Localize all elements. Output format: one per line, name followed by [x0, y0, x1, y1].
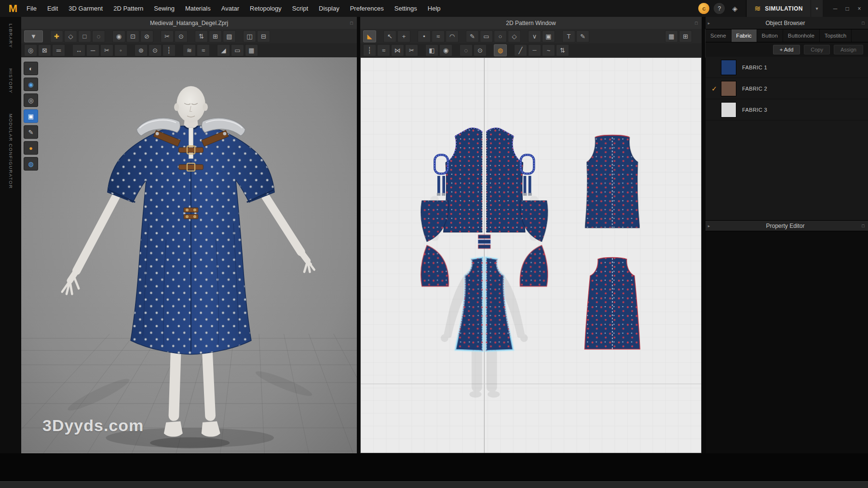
arrangement-points-tool[interactable]: ⊞ [209, 30, 222, 42]
pin-box-tool[interactable]: ⊡ [126, 30, 139, 42]
menu-item-script[interactable]: Script [287, 0, 313, 17]
menu-item-2d-pattern[interactable]: 2D Pattern [108, 0, 149, 17]
menu-item-display[interactable]: Display [313, 0, 345, 17]
viewport-3d-titlebar[interactable]: Medieval_Hatanga_Degel.Zprj □ [21, 17, 357, 29]
flatten-tool[interactable]: ▭ [231, 44, 244, 56]
pin-tool[interactable]: ◉ [112, 30, 125, 42]
seam-taping-tool[interactable]: ≋ [183, 44, 196, 56]
arrangement-tool[interactable]: ⊠ [38, 44, 51, 56]
lasso-select-tool[interactable]: ◌ [92, 30, 105, 42]
button-tool-tool[interactable]: ⊚ [135, 44, 148, 56]
wardrobe-icon[interactable]: ◈ [729, 3, 740, 14]
fabric-row[interactable]: FABRIC 3 [705, 99, 868, 120]
menu-item-preferences[interactable]: Preferences [345, 0, 389, 17]
simulate-tool[interactable]: ▼ [24, 30, 43, 42]
3d-scene-canvas[interactable] [21, 57, 357, 453]
annotation-tool[interactable]: ✎ [576, 30, 589, 42]
uv-map-tool[interactable]: ▦ [245, 44, 258, 56]
assign-button[interactable]: Assign [834, 45, 863, 54]
avatar-display-button[interactable]: ● [24, 141, 38, 155]
maximize-button[interactable]: □ [842, 4, 852, 13]
edit-sewing-tool[interactable]: ✂ [405, 44, 418, 56]
show-avatar-toggle-tool[interactable]: ◎ [24, 44, 37, 56]
topstitch-curved-tool[interactable]: ~ [542, 44, 555, 56]
copy-button[interactable]: Copy [804, 45, 830, 54]
pin-3d-tool[interactable]: ◦ [114, 44, 127, 56]
tack-on-avatar-tool[interactable]: ⊙ [175, 30, 188, 42]
polygon-pen-tool[interactable]: ✎ [466, 30, 479, 42]
circle-tool-tool[interactable]: ○ [494, 30, 507, 42]
edit-pattern-tool[interactable]: ↖ [383, 30, 396, 42]
notch-tool[interactable]: ∨ [528, 30, 541, 42]
bounding-volumes-tool[interactable]: ▧ [223, 30, 236, 42]
add-point-tool[interactable]: • [418, 30, 431, 42]
split-horizontal-tool[interactable]: ◫ [243, 30, 256, 42]
transform-pattern-tool[interactable]: ◣ [363, 30, 376, 42]
buttonhole-tool-tool[interactable]: ⊙ [149, 44, 162, 56]
viewport-3d[interactable]: ◐◉◎▣✎●◍ 3Dyyds.com [21, 57, 357, 453]
menu-item-3d-garment[interactable]: 3D Garment [63, 0, 108, 17]
close-button[interactable]: × [854, 4, 864, 13]
popout-icon[interactable]: □ [858, 224, 868, 228]
split-vertical-tool[interactable]: ⊟ [257, 30, 270, 42]
shrink-tool[interactable]: ⊙ [474, 44, 487, 56]
rail-tab-modular-configurator[interactable]: MODULAR CONFIGURATOR [8, 114, 14, 189]
popout-icon[interactable]: □ [858, 21, 868, 26]
tab-fabric[interactable]: Fabric [732, 29, 757, 42]
pattern-grid-tool[interactable]: ▦ [665, 30, 678, 42]
menu-item-materials[interactable]: Materials [180, 0, 216, 17]
fabric-row[interactable]: FABRIC 1 [705, 57, 868, 78]
measure-tool[interactable]: ↔ [72, 44, 85, 56]
rectangle-tool[interactable]: ▭ [480, 30, 493, 42]
render-style-button[interactable]: ◐ [24, 62, 38, 75]
collapse-arrow-icon[interactable]: ▸ [705, 21, 712, 26]
scissors-tool[interactable]: ✂ [100, 44, 113, 56]
tab-topstitch[interactable]: Topstitch [820, 29, 852, 42]
seam-allowance-tool[interactable]: ▣ [542, 30, 555, 42]
add-button[interactable]: + Add [773, 45, 800, 54]
tape-measure-tool[interactable]: ─ [86, 44, 99, 56]
panel-splitter[interactable] [702, 17, 705, 453]
popout-icon[interactable]: □ [691, 21, 702, 26]
paint-tool-button[interactable]: ✎ [24, 125, 38, 139]
menu-item-edit[interactable]: Edit [42, 0, 63, 17]
rail-tab-history[interactable]: HISTORY [8, 68, 14, 93]
fabric-row[interactable]: ✓FABRIC 2 [705, 78, 868, 99]
zipper-tool[interactable]: ┆ [163, 44, 176, 56]
edit-curvature-tool[interactable]: ≈ [432, 30, 445, 42]
brand-badge-icon[interactable]: c [698, 3, 709, 14]
environment-button[interactable]: ◍ [24, 157, 38, 171]
sewing-edit-tool[interactable]: ✂ [161, 30, 174, 42]
flatten-symmetry-tool[interactable]: ◍ [494, 44, 507, 56]
show-garment-button[interactable]: ◉ [24, 78, 38, 91]
avatar-tape-tool[interactable]: ═ [52, 44, 65, 56]
menu-item-sewing[interactable]: Sewing [149, 0, 180, 17]
viewport-2d[interactable] [360, 57, 702, 453]
tab-buttonhole[interactable]: Buttonhole [783, 29, 820, 42]
menu-item-file[interactable]: File [21, 0, 42, 17]
box-select-tool[interactable]: □ [78, 30, 91, 42]
menu-item-help[interactable]: Help [422, 0, 446, 17]
fold-arrangement-tool[interactable]: ◢ [217, 44, 230, 56]
select-move-tool[interactable]: ✚ [50, 30, 63, 42]
rail-tab-library[interactable]: LIBRARY [8, 24, 14, 48]
help-icon[interactable]: ? [714, 3, 725, 14]
2d-pattern-canvas[interactable] [361, 58, 701, 453]
simulation-dropdown[interactable]: ▾ [811, 0, 823, 17]
dart-tool[interactable]: ◇ [508, 30, 521, 42]
menu-item-settings[interactable]: Settings [389, 0, 422, 17]
tab-button[interactable]: Button [757, 29, 783, 42]
puckering-tool[interactable]: ≈ [197, 44, 210, 56]
mn-sewing-tool[interactable]: ⋈ [391, 44, 404, 56]
free-sewing-tool[interactable]: ≈ [377, 44, 390, 56]
edit-point-tool[interactable]: + [397, 30, 410, 42]
simulation-button[interactable]: ≋ SIMULATION [746, 0, 811, 17]
collapse-arrow-icon[interactable]: ▸ [705, 224, 712, 228]
minimize-button[interactable]: ─ [830, 4, 840, 13]
pin-2d-tool[interactable]: ◉ [439, 44, 452, 56]
select-mesh-tool[interactable]: ◇ [64, 30, 77, 42]
steam-brush-tool[interactable]: ◌ [460, 44, 473, 56]
topstitch-solid-tool[interactable]: ╱ [514, 44, 527, 56]
viewport-2d-titlebar[interactable]: 2D Pattern Window □ [360, 17, 702, 29]
remove-pin-tool[interactable]: ⊘ [140, 30, 153, 42]
